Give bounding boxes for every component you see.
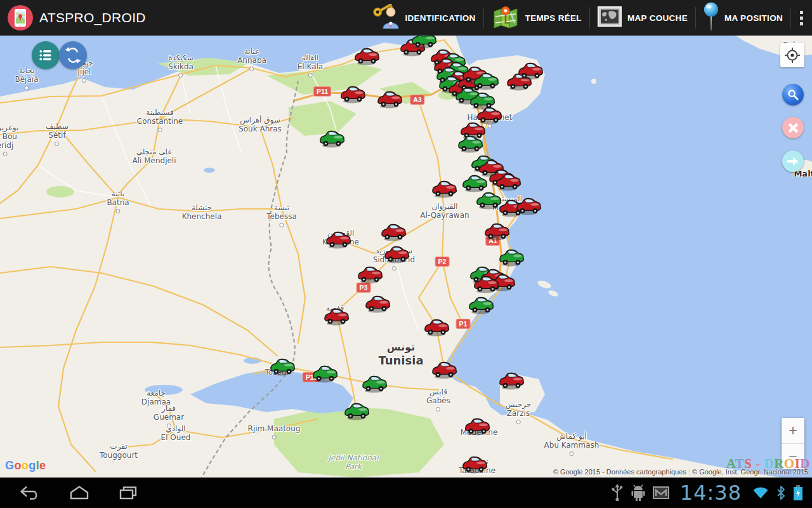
back-button[interactable] <box>18 485 41 500</box>
app-icon <box>8 5 33 30</box>
vehicle-list-button[interactable] <box>32 41 60 69</box>
action-bar: ATSPRO_DROID IDENTIFICATION <box>0 0 812 36</box>
bluetooth-icon <box>776 486 786 500</box>
refresh-icon <box>63 46 82 65</box>
temps-reel-button[interactable]: TEMPS RÉEL <box>484 0 589 36</box>
map-label: بوعريريdj Bouéridj <box>0 123 18 156</box>
app-title: ATSPRO_DROID <box>39 10 146 25</box>
car-marker[interactable] <box>380 222 407 241</box>
road-badge: A3 <box>410 95 424 105</box>
zoom-in-button[interactable]: + <box>782 418 804 443</box>
close-icon <box>788 123 799 133</box>
car-marker[interactable] <box>473 274 499 293</box>
map-couche-label: MAP COUCHE <box>627 13 688 23</box>
watermark-letter: A <box>726 456 735 471</box>
car-marker[interactable] <box>311 364 338 383</box>
arrow-right-icon <box>787 155 799 168</box>
google-logo: Google <box>5 459 46 472</box>
map-label: القالةEl Kala <box>298 53 323 77</box>
recents-button[interactable] <box>118 485 140 500</box>
car-marker[interactable] <box>361 374 388 393</box>
google-logo-letter: g <box>29 459 36 472</box>
my-location-button[interactable] <box>780 43 804 67</box>
map-label: قسنطينةConstantine <box>137 108 183 132</box>
map-canvas[interactable]: بجايةBéjaïaجيجلJijelسكيكدةSkikdaعنابةAnn… <box>0 36 812 478</box>
wifi-icon <box>752 486 769 499</box>
car-marker[interactable] <box>357 265 383 284</box>
overflow-menu-icon <box>800 11 803 14</box>
next-button[interactable] <box>782 150 804 172</box>
car-marker[interactable] <box>323 307 350 326</box>
identification-button[interactable]: IDENTIFICATION <box>365 0 483 36</box>
key-user-icon <box>372 4 399 32</box>
ma-position-button[interactable]: MA POSITION <box>696 0 790 36</box>
car-marker[interactable] <box>353 46 380 65</box>
ats-droid-watermark: ATS - DROID <box>726 456 810 472</box>
phone-map-icon <box>12 8 29 27</box>
map-label: الواديEl Oued <box>161 424 191 442</box>
google-logo-letter: G <box>5 459 14 472</box>
map-label: باتنةBatna <box>107 189 129 213</box>
map-label: القيروانAl-Qayrawan <box>420 202 469 220</box>
car-marker[interactable] <box>410 36 437 49</box>
android-debug-icon <box>631 484 646 502</box>
car-marker[interactable] <box>364 294 391 313</box>
map-label: على منجليAli Mendjeli <box>132 147 176 165</box>
car-marker[interactable] <box>498 371 525 390</box>
map-label: سكيكدةSkikda <box>168 53 193 77</box>
map-pin-icon <box>492 4 520 32</box>
car-marker[interactable] <box>431 360 457 379</box>
car-marker[interactable] <box>464 417 490 436</box>
google-logo-letter: o <box>22 459 29 472</box>
road-badge: P1 <box>456 319 471 329</box>
car-marker[interactable] <box>431 179 457 198</box>
refresh-button[interactable] <box>59 41 87 69</box>
world-map-icon <box>598 6 622 29</box>
car-marker[interactable] <box>318 129 345 148</box>
watermark-letter: D <box>764 456 774 471</box>
car-marker[interactable] <box>517 61 544 80</box>
car-marker[interactable] <box>325 230 351 249</box>
car-marker[interactable] <box>343 401 370 420</box>
map-overlay: بجايةBéjaïaجيجلJijelسكيكدةSkikdaعنابةAnn… <box>0 36 812 478</box>
car-marker[interactable] <box>383 244 410 264</box>
back-icon <box>18 485 41 500</box>
search-button[interactable] <box>782 84 804 105</box>
car-marker[interactable] <box>468 295 494 314</box>
map-couche-button[interactable]: MAP COUCHE <box>590 0 695 36</box>
watermark-letter: R <box>774 456 784 471</box>
temps-reel-label: TEMPS RÉEL <box>525 13 582 23</box>
map-label: سطيفSétif <box>46 122 69 146</box>
system-nav-bar: 14:38 <box>0 478 812 508</box>
car-marker[interactable] <box>376 90 403 109</box>
car-marker[interactable] <box>483 222 510 241</box>
watermark-letter: O <box>784 456 795 471</box>
search-icon <box>787 89 799 100</box>
map-label: تبسةTebessa <box>266 203 297 227</box>
car-marker[interactable] <box>339 84 366 104</box>
road-badge: P2 <box>435 257 450 267</box>
map-label: خنشلةKhenchela <box>182 203 222 221</box>
battery-icon <box>793 485 803 501</box>
car-marker[interactable] <box>461 455 488 474</box>
car-marker[interactable] <box>423 318 450 337</box>
home-button[interactable] <box>69 485 90 500</box>
map-label: بجايةBéjaïa <box>15 66 39 90</box>
overflow-menu-button[interactable] <box>791 11 812 25</box>
gmail-icon <box>653 486 669 499</box>
car-marker[interactable] <box>515 196 542 215</box>
car-marker[interactable] <box>498 248 525 267</box>
car-marker[interactable] <box>457 134 483 153</box>
watermark-letter: S <box>744 456 752 471</box>
map-label: Jebil NationalPark <box>328 453 378 471</box>
watermark-letter: - <box>752 456 764 471</box>
close-button[interactable] <box>782 117 804 138</box>
map-label: قابسGabès <box>426 387 450 411</box>
status-tray: 14:38 <box>611 481 812 505</box>
car-marker[interactable] <box>495 172 521 191</box>
car-marker[interactable] <box>269 357 296 376</box>
map-label: عنابةAnnaba <box>237 47 266 71</box>
recents-icon <box>118 485 140 500</box>
home-icon <box>69 485 90 500</box>
car-marker[interactable] <box>461 173 488 192</box>
